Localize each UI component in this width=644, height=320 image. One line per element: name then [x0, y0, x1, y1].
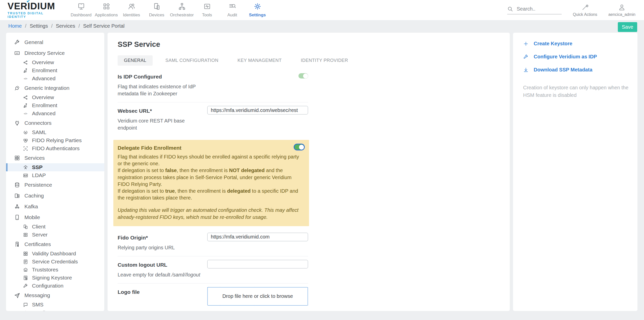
sidebar-item-configuration[interactable]: Configuration [6, 282, 104, 290]
sidebar-item-ldap[interactable]: LDAP [6, 171, 104, 179]
delegate-fido-enrollment-toggle[interactable] [294, 144, 304, 150]
custom-logout-url-control [207, 260, 308, 268]
sidebar-item-saml[interactable]: SAML [6, 128, 104, 136]
sidebar-item-directory-service[interactable]: ADDirectory Service [6, 48, 104, 58]
page-title: SSP Service [118, 40, 500, 49]
search-box[interactable] [507, 6, 562, 14]
action-configure-veridium-as-idp[interactable]: Configure Veridium as IDP [523, 54, 630, 60]
breadcrumb-home[interactable]: Home [8, 23, 22, 29]
nav-dashboard[interactable]: Dashboard [69, 3, 94, 18]
svg-text:</>: </> [24, 77, 27, 80]
quick-actions-button[interactable]: Quick Actions [573, 4, 597, 17]
download-icon [523, 67, 529, 73]
nav-tools[interactable]: Tools [194, 3, 220, 18]
description-line: Veridium core REST API base endpoint [118, 117, 201, 131]
sidebar-item-generic-integration[interactable]: Generic Integration [6, 83, 104, 93]
sidebar-item-truststores[interactable]: Truststores [6, 266, 104, 274]
sidebar-item-label: Overview [32, 94, 54, 100]
nav-label: Devices [149, 13, 164, 18]
sidebar-item-label: Generic Integration [24, 85, 70, 91]
sidebar-item-label: Services [24, 155, 45, 161]
id-card-icon [23, 173, 28, 178]
action-download-ssp-metadata[interactable]: Download SSP Metadata [523, 67, 630, 73]
sidebar-item-fido-authenticators[interactable]: ΩFIDO Authenticators [6, 144, 104, 152]
nav-label: Identities [123, 13, 140, 18]
is-idp-configured-toggle[interactable] [298, 73, 308, 78]
sidebar-item-caching[interactable]: Caching [6, 190, 104, 201]
sidebar-item-advanced[interactable]: </>Advanced [6, 109, 104, 117]
sidebar-item-sms[interactable]: SMS [6, 301, 104, 309]
settings-sidebar: GeneralADDirectory ServiceOverviewEnroll… [6, 33, 104, 311]
sidebar-item-signing-keystore[interactable]: Signing Keystore [6, 274, 104, 282]
sidebar-item-overview[interactable]: Overview [6, 93, 104, 101]
sidebar-item-certificates[interactable]: Certificates [6, 239, 104, 250]
breadcrumb-services[interactable]: Services [56, 23, 75, 29]
sidebar-item-label: Enrollment [32, 67, 57, 73]
nav-orchestrator[interactable]: Orchestrator [169, 3, 194, 18]
logo-file-dropzone[interactable]: Drop file here or click to browse [207, 287, 308, 306]
custom-logout-url-input[interactable] [207, 260, 308, 268]
sidebar-item-kafka[interactable]: Kafka [6, 201, 104, 212]
breadcrumb-separator: / [51, 23, 53, 29]
sidebar-item-general[interactable]: General [6, 37, 104, 48]
sidebar-item-client[interactable]: Client [6, 223, 104, 231]
nav-devices[interactable]: Devices [144, 3, 169, 18]
logo-file-label: Logo file [118, 289, 201, 295]
user-menu[interactable]: aencica_admin [608, 4, 635, 17]
nav-applications[interactable]: Applications [94, 3, 119, 18]
sidebar-item-persistence[interactable]: Persistence [6, 179, 104, 190]
websec-url-info: Websec URL*Veridium core REST API base e… [118, 106, 207, 131]
save-button[interactable]: Save [618, 22, 637, 32]
sidebar-item-label: FIDO Authenticators [32, 145, 80, 151]
websec-url-input[interactable] [207, 106, 308, 114]
sidebar-item-enrollment[interactable]: Enrollment [6, 101, 104, 109]
sidebar-item-validity-dashboard[interactable]: Validity Dashboard [6, 250, 104, 258]
nav-label: Tools [202, 13, 212, 18]
sidebar-item-overview[interactable]: Overview [6, 58, 104, 66]
sidebar-item-label: SMS [32, 302, 44, 308]
search-input[interactable] [517, 6, 557, 12]
breadcrumb-settings[interactable]: Settings [30, 23, 48, 29]
tab-bar: GENERALSAML CONFIGURATIONKEY MANAGEMENTI… [118, 55, 500, 66]
sidebar-item-enrollment[interactable]: Enrollment [6, 66, 104, 74]
home-user-icon [23, 165, 28, 170]
sidebar-item-services[interactable]: Services [6, 152, 104, 163]
nav-identities[interactable]: Identities [119, 3, 144, 18]
sidebar-item-label: SSP [32, 164, 43, 170]
tab-identity-provider[interactable]: IDENTITY PROVIDER [294, 55, 354, 66]
action-create-keystore[interactable]: Create Keystore [523, 41, 630, 47]
nav-label: Dashboard [71, 13, 91, 18]
sidebar-item-email[interactable]: Email [6, 309, 104, 311]
fido-origin-input[interactable] [207, 233, 308, 241]
sidebar-item-fido-relying-parties[interactable]: FIDO Relying Parties [6, 136, 104, 144]
send-icon [14, 292, 20, 298]
nav-audit[interactable]: Audit [220, 3, 245, 18]
sidebar-item-ssp[interactable]: SSP [6, 163, 104, 171]
sidebar-item-advanced[interactable]: </>Advanced [6, 74, 104, 83]
breadcrumb-bar: Home/Settings/Services/Self Service Port… [0, 20, 644, 33]
keystore-icon [23, 275, 28, 281]
is-idp-configured-control [207, 72, 308, 78]
logo-file-control: Drop file here or click to browse [207, 287, 308, 306]
delegate-fido-enrollment-label: Delegate Fido Enrollment [118, 144, 294, 151]
sidebar-item-messaging[interactable]: Messaging [6, 290, 104, 301]
nav-label: Orchestrator [170, 13, 194, 18]
sidebar-item-mobile[interactable]: Mobile [6, 212, 104, 223]
sidebar-item-service-credentials[interactable]: Service Credentials [6, 258, 104, 266]
svg-text:Ω: Ω [25, 147, 26, 150]
tab-general[interactable]: GENERAL [118, 55, 153, 66]
veridium-logo: VERI✓DIUM TRUSTED DIGITAL IDENTITY [8, 2, 60, 19]
tab-key-management[interactable]: KEY MANAGEMENT [231, 55, 288, 66]
plus-icon [523, 41, 529, 47]
action-label: Create Keystore [534, 41, 572, 47]
sidebar-item-label: Server [32, 232, 48, 238]
sidebar-item-label: Service Credentials [32, 259, 78, 265]
sidebar-item-label: Advanced [32, 110, 55, 116]
tab-saml-configuration[interactable]: SAML CONFIGURATION [159, 55, 225, 66]
network-icon [23, 95, 28, 100]
toggle-knob [299, 145, 304, 150]
toggle-knob [303, 73, 308, 78]
sidebar-item-connectors[interactable]: Connectors [6, 117, 104, 128]
nav-settings[interactable]: Settings [245, 3, 270, 18]
sidebar-item-server[interactable]: Server [6, 231, 104, 239]
